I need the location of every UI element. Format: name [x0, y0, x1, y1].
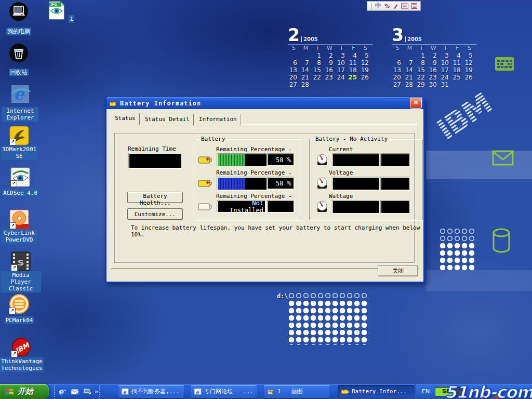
- battery1-progressbar: [217, 154, 267, 167]
- close-dialog-button[interactable]: 关闭: [378, 265, 418, 276]
- voltage-display: [332, 177, 380, 190]
- current-label: Current: [329, 146, 353, 153]
- ie-icon: e: [194, 388, 202, 395]
- calendar-march: 3 2005 SMTWTFS 1234567891011121314151617…: [392, 28, 477, 88]
- dot-grid-right: [439, 228, 475, 271]
- quicklaunch-overflow-chevron[interactable]: »: [95, 388, 98, 395]
- battery2-progress-fill: [218, 178, 245, 190]
- shortcut-arrow-icon: ↗: [10, 180, 17, 187]
- gauge-icon: [316, 177, 328, 190]
- svg-text:s: s: [18, 256, 24, 268]
- desktop-icon-acdsee[interactable]: ↗ ACDSee 4.0: [0, 167, 41, 197]
- desktop-icon-label: CyberLink PowerDVD: [1, 229, 37, 244]
- drive-label: d:\: [277, 292, 288, 300]
- task-button-server-not-found[interactable]: e 找不到服务器,...: [118, 385, 184, 398]
- remaining-time-label: Remaining Time: [128, 145, 176, 152]
- ime-pen-icon[interactable]: [393, 3, 398, 9]
- battery-window-icon: [109, 100, 117, 107]
- quick-launch: e »: [53, 384, 101, 399]
- battery3-empty-value: [268, 201, 294, 212]
- quicklaunch-show-desktop-icon[interactable]: [82, 387, 92, 397]
- battery-health-button[interactable]: Battery Health...: [127, 192, 183, 203]
- ime-fullwidth-icon[interactable]: %: [384, 2, 390, 10]
- desktop-icon-label: ACDSee 4.0: [2, 189, 38, 197]
- database-cylinder-icon: [490, 228, 512, 254]
- tray-battery-meter[interactable]: 58%: [435, 387, 463, 396]
- shortcut-arrow-icon: ↗: [11, 264, 18, 271]
- dot-grid-center: [288, 292, 369, 345]
- taskbar-divider: [99, 385, 100, 398]
- battery3-not-installed: Not Installed: [217, 201, 266, 212]
- system-tray: EN 58%: [415, 384, 532, 399]
- quicklaunch-mail-icon[interactable]: [70, 387, 80, 397]
- battery2-progressbar: [217, 177, 267, 190]
- envelope-icon: [492, 150, 514, 166]
- start-button-label: 开始: [18, 387, 33, 396]
- ie-icon: e: [122, 388, 129, 395]
- activity-group-title: Battery - No Activity: [314, 136, 389, 142]
- language-indicator[interactable]: EN: [422, 388, 430, 395]
- task-button-forum[interactable]: e 专门网论坛 - ...: [191, 385, 257, 398]
- task-button-paint[interactable]: 1 - 画图: [264, 385, 329, 398]
- desktop-icon-powerdvd[interactable]: ↗ CyberLink PowerDVD: [0, 209, 38, 244]
- desktop-icon-media-player-classic[interactable]: s ↗ Media Player Classic: [0, 251, 42, 292]
- wattage-label: Wattage: [329, 193, 353, 200]
- task-button-label: 1 - 画图: [277, 388, 303, 395]
- task-button-label: 找不到服务器,...: [131, 388, 180, 395]
- tab-status[interactable]: Status: [111, 113, 140, 125]
- quicklaunch-ie-icon[interactable]: e: [57, 387, 68, 397]
- desktop-icon-label: PCMark04: [5, 316, 34, 324]
- battery1-progress-fill: [218, 154, 245, 166]
- tab-status-detail[interactable]: Status Detail: [141, 114, 194, 126]
- battery-activity-groupbox: Battery - No Activity Current Voltage: [309, 139, 423, 220]
- current-display: [332, 154, 380, 167]
- customize-button[interactable]: Customize...: [127, 208, 183, 220]
- desktop-icon-pcmark04[interactable]: ↗ PCMark04: [0, 294, 38, 324]
- svg-text:e: e: [123, 389, 127, 394]
- tab-information[interactable]: Information: [195, 114, 241, 126]
- calendar-year: 2005: [301, 36, 318, 42]
- battery-charging-icon: [198, 179, 213, 188]
- ime-mode-indicator[interactable]: 中: [375, 2, 381, 10]
- desktop-icon-recycle-bin[interactable]: 回收站: [0, 43, 37, 76]
- desktop-icon-my-computer[interactable]: 我的电脑: [0, 2, 37, 35]
- ime-keyboard-icon[interactable]: [401, 3, 408, 9]
- ime-language-bar[interactable]: 中 %: [367, 1, 421, 11]
- tab-strip: Status Status Detail Information: [111, 113, 242, 125]
- calendar-month-number: 2: [288, 28, 300, 43]
- remaining-percentage-label: Remaining Percentage -: [216, 169, 292, 176]
- desktop-icon-label: 3DMark2001 SE: [1, 145, 37, 160]
- calendar-dates: 1234567891011121314151617181920212223242…: [392, 52, 477, 88]
- ime-menu-icon[interactable]: [411, 3, 417, 9]
- desktop-icon-label: 回收站: [9, 69, 29, 76]
- battery-lifespan-info-text: To increase battery lifespan, you have s…: [131, 224, 422, 238]
- ibm-logo: IBM: [431, 87, 497, 147]
- window-titlebar[interactable]: Battery Information ×: [107, 97, 423, 109]
- close-window-button[interactable]: ×: [410, 98, 422, 109]
- shortcut-arrow-icon: ↗: [9, 139, 16, 145]
- voltage-label: Voltage: [329, 169, 353, 176]
- battery-groupbox: Battery Remaining Percentage - 58 % Rema…: [195, 139, 302, 220]
- wattage-display: [332, 201, 380, 214]
- desktop-icon-label: 我的电脑: [6, 28, 31, 35]
- internet-explorer-icon: e: [9, 83, 31, 105]
- calendar-dates: 1234567891011121314151617181920212223242…: [288, 52, 373, 88]
- taskbar-divider: [54, 385, 55, 398]
- desktop-icon-internet-explorer[interactable]: e Internet Explorer: [1, 83, 39, 122]
- battery-charging-icon: [198, 155, 213, 165]
- desktop-icon-jpg-file[interactable]: JPG 1: [45, 0, 76, 23]
- start-button[interactable]: 开始: [0, 384, 49, 399]
- shortcut-arrow-icon: ↗: [9, 308, 16, 314]
- task-button-battery-information[interactable]: Battery Infor...: [338, 385, 415, 398]
- svg-text:JPG: JPG: [50, 3, 57, 7]
- windows-flag-icon: [4, 387, 15, 397]
- jpg-file-icon: JPG: [46, 0, 66, 21]
- shortcut-arrow-icon: ↗: [9, 222, 16, 229]
- gauge-icon: [316, 201, 328, 213]
- ime-grip[interactable]: [369, 3, 371, 9]
- desktop-icon-thinkvantage[interactable]: IBM ↗ ThinkVantage Technologies: [0, 337, 43, 372]
- wallpaper-band: [426, 151, 532, 179]
- battery-information-window: Battery Information × Status Status Deta…: [105, 97, 425, 283]
- desktop-icon-3dmark2001[interactable]: ↗ 3DMark2001 SE: [0, 126, 38, 160]
- svg-text:e: e: [196, 389, 200, 394]
